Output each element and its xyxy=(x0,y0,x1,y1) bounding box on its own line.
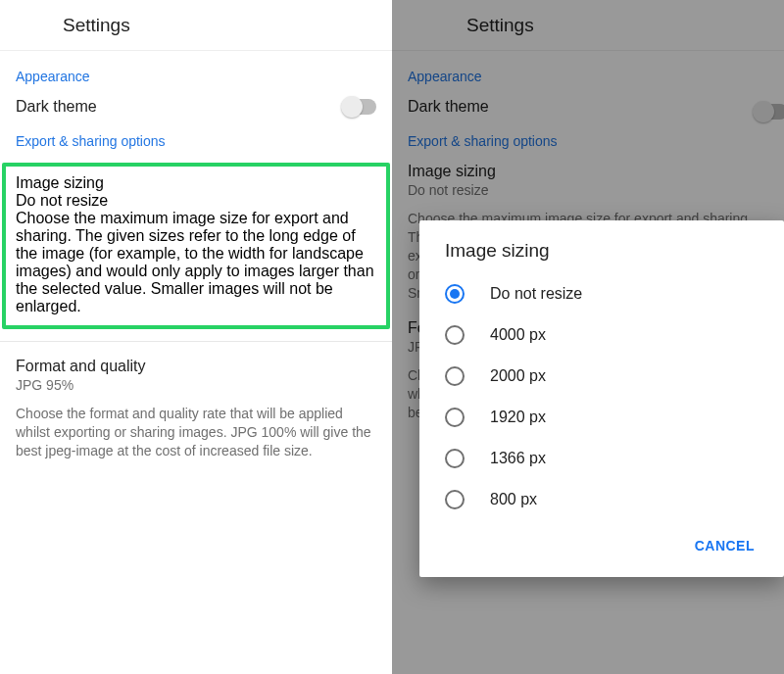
page-title: Settings xyxy=(392,0,784,51)
image-sizing-setting[interactable]: Image sizing Do not resize Choose the ma… xyxy=(2,163,390,329)
image-sizing-dialog: Image sizing Do not resize 4000 px 2000 … xyxy=(419,220,784,577)
option-4000px[interactable]: 4000 px xyxy=(423,314,780,356)
option-label: Do not resize xyxy=(490,285,582,303)
radio-icon xyxy=(445,490,465,509)
format-quality-desc: Choose the format and quality rate that … xyxy=(16,405,376,460)
option-1920px[interactable]: 1920 px xyxy=(423,397,780,438)
dark-theme-label: Dark theme xyxy=(408,98,489,116)
section-appearance-label: Appearance xyxy=(408,69,768,84)
radio-icon xyxy=(445,284,465,304)
dark-theme-label: Dark theme xyxy=(16,98,97,116)
radio-icon xyxy=(445,325,465,345)
option-label: 2000 px xyxy=(490,367,546,385)
dark-theme-row[interactable]: Dark theme xyxy=(408,98,768,116)
format-quality-setting[interactable]: Format and quality JPG 95% Choose the fo… xyxy=(16,358,376,460)
option-label: 1920 px xyxy=(490,409,546,426)
image-sizing-desc: Choose the maximum image size for export… xyxy=(16,210,376,315)
section-export-label: Export & sharing options xyxy=(16,133,376,149)
radio-icon xyxy=(445,408,465,427)
radio-icon xyxy=(445,366,465,386)
image-sizing-title: Image sizing xyxy=(16,174,376,192)
settings-panel-left: Settings Appearance Dark theme Export & … xyxy=(0,0,392,674)
image-sizing-value: Do not resize xyxy=(408,182,768,198)
dark-theme-row[interactable]: Dark theme xyxy=(16,98,376,116)
radio-icon xyxy=(445,449,465,468)
option-label: 800 px xyxy=(490,491,537,508)
format-quality-value: JPG 95% xyxy=(16,377,376,393)
format-quality-title: Format and quality xyxy=(16,358,376,375)
option-1366px[interactable]: 1366 px xyxy=(423,438,780,479)
dialog-title: Image sizing xyxy=(423,240,780,273)
divider xyxy=(0,341,392,342)
dark-theme-toggle[interactable] xyxy=(755,104,784,120)
cancel-button[interactable]: CANCEL xyxy=(687,532,762,559)
option-label: 1366 px xyxy=(490,450,546,467)
image-sizing-value: Do not resize xyxy=(16,192,376,210)
option-do-not-resize[interactable]: Do not resize xyxy=(423,273,780,314)
option-label: 4000 px xyxy=(490,326,546,344)
section-export-label: Export & sharing options xyxy=(408,133,768,149)
dark-theme-toggle[interactable] xyxy=(343,99,376,115)
image-sizing-title: Image sizing xyxy=(408,163,768,180)
option-2000px[interactable]: 2000 px xyxy=(423,356,780,397)
page-title: Settings xyxy=(0,0,392,51)
section-appearance-label: Appearance xyxy=(16,69,376,84)
option-800px[interactable]: 800 px xyxy=(423,479,780,520)
